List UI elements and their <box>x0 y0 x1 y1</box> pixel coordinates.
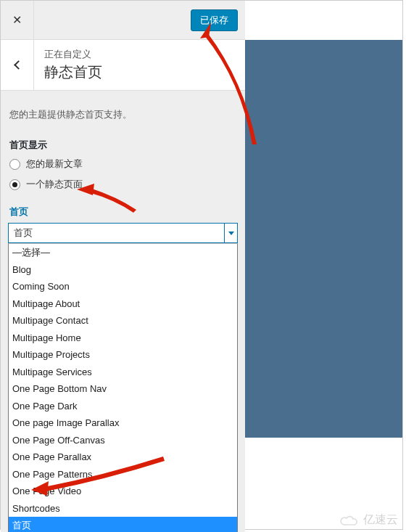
select-option[interactable]: Multipage Projects <box>9 346 237 364</box>
close-button[interactable]: ✕ <box>1 1 34 40</box>
select-option[interactable]: One page Image Parallax <box>9 414 237 432</box>
customizing-label: 正在自定义 <box>44 48 102 61</box>
theme-note: 您的主题提供静态首页支持。 <box>9 108 236 121</box>
radio-label: 您的最新文章 <box>26 157 83 171</box>
select-option[interactable]: One Page Off-Canvas <box>9 432 237 449</box>
radio-latest-posts[interactable]: 您的最新文章 <box>9 157 236 171</box>
chevron-down-icon <box>228 232 234 235</box>
select-option[interactable]: —选择— <box>9 244 237 261</box>
front-page-options[interactable]: —选择—BlogComing SoonMultipage AboutMultip… <box>8 243 238 532</box>
back-button[interactable] <box>1 40 34 91</box>
close-icon: ✕ <box>12 13 22 27</box>
radio-label: 一个静态页面 <box>26 178 83 191</box>
select-option[interactable]: Shortcodes <box>9 500 237 517</box>
select-option[interactable]: Multipage Services <box>9 364 237 381</box>
select-caret[interactable] <box>224 224 237 242</box>
front-page-select[interactable]: 首页 <box>8 223 238 243</box>
select-option[interactable]: Multipage Home <box>9 330 237 347</box>
save-button[interactable]: 已保存 <box>191 9 238 31</box>
preview-pane <box>245 40 402 438</box>
select-option[interactable]: One Page Parallax <box>9 449 237 466</box>
front-page-field-label: 首页 <box>9 205 236 218</box>
select-option[interactable]: One Page Patterns <box>9 466 237 483</box>
section-title: 静态首页 <box>44 62 102 82</box>
section-header: 正在自定义 静态首页 <box>1 40 245 91</box>
radio-static-page[interactable]: 一个静态页面 <box>9 178 236 191</box>
chevron-left-icon <box>14 60 23 70</box>
topbar: ✕ 已保存 <box>1 1 245 40</box>
watermark: 亿速云 <box>340 512 398 528</box>
customizer-panel: ✕ 已保存 正在自定义 静态首页 您的主题提供静态首页支持。 首页显示 您的最新… <box>1 1 245 532</box>
select-option[interactable]: One Page Video <box>9 483 237 500</box>
front-display-label: 首页显示 <box>9 139 236 152</box>
select-option[interactable]: One Page Bottom Nav <box>9 380 237 398</box>
select-option[interactable]: Multipage Contact <box>9 312 237 330</box>
select-option[interactable]: Blog <box>9 261 237 279</box>
cloud-icon <box>340 515 360 526</box>
select-option[interactable]: Multipage About <box>9 295 237 313</box>
select-option[interactable]: Coming Soon <box>9 278 237 295</box>
radio-icon <box>9 179 20 190</box>
radio-icon <box>9 159 20 170</box>
select-value: 首页 <box>9 224 224 242</box>
select-option[interactable]: 首页 <box>9 517 237 532</box>
select-option[interactable]: One Page Dark <box>9 398 237 415</box>
